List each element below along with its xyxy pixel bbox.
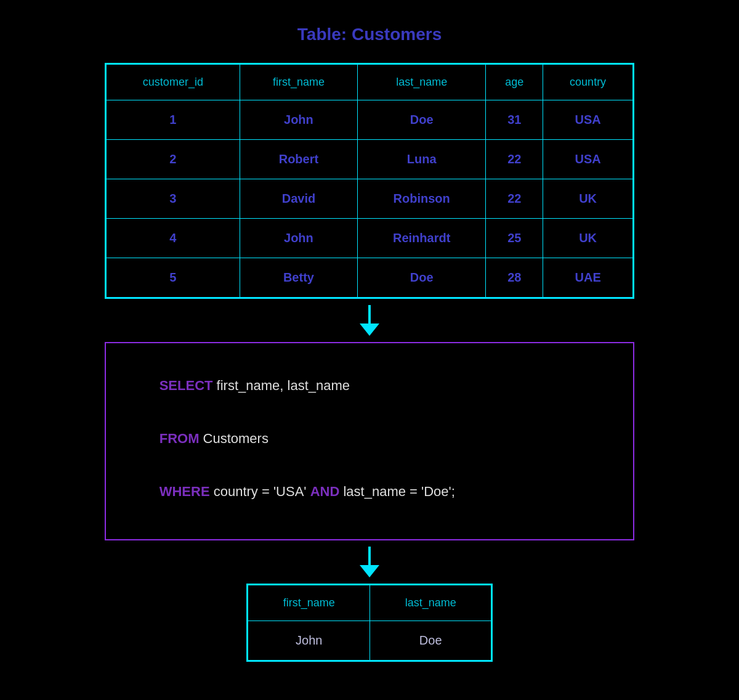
table-row: JohnDoe	[248, 621, 491, 661]
customers-table: customer_id first_name last_name age cou…	[106, 64, 633, 298]
main-container: Table: Customers customer_id first_name …	[0, 0, 739, 686]
customers-cell-1-0: 2	[107, 140, 240, 179]
arrow-shaft-2	[368, 547, 371, 565]
result-table-wrapper: first_name last_name JohnDoe	[246, 584, 493, 662]
customers-cell-2-2: Robinson	[358, 179, 486, 219]
sql-where-keyword: WHERE	[160, 484, 210, 499]
customers-cell-3-4: UK	[543, 219, 633, 258]
customers-cell-0-2: Doe	[358, 100, 486, 140]
customers-cell-2-1: David	[240, 179, 357, 219]
customers-cell-3-3: 25	[486, 219, 543, 258]
arrow-1	[360, 305, 379, 336]
arrow-shaft-1	[368, 305, 371, 324]
arrow-head-2	[360, 565, 379, 577]
sql-from-text: Customers	[199, 431, 268, 446]
customers-cell-4-1: Betty	[240, 258, 357, 298]
col-header-age: age	[486, 65, 543, 100]
sql-line-1: SELECT first_name, last_name	[137, 362, 602, 410]
arrow-2	[360, 547, 379, 577]
table-row: 2RobertLuna22USA	[107, 140, 633, 179]
customers-cell-4-2: Doe	[358, 258, 486, 298]
sql-where-text2: last_name = 'Doe';	[339, 484, 455, 499]
sql-select-keyword: SELECT	[160, 378, 213, 393]
arrow-head-1	[360, 324, 379, 336]
customers-cell-1-4: USA	[543, 140, 633, 179]
table-row: 1JohnDoe31USA	[107, 100, 633, 140]
result-col-header-first-name: first_name	[248, 585, 370, 621]
sql-select-text: first_name, last_name	[212, 378, 350, 393]
customers-cell-0-1: John	[240, 100, 357, 140]
result-cell-0-1: Doe	[370, 621, 491, 661]
result-col-header-last-name: last_name	[370, 585, 491, 621]
result-table-body: JohnDoe	[248, 621, 491, 661]
customers-cell-2-0: 3	[107, 179, 240, 219]
sql-line-3: WHERE country = 'USA' AND last_name = 'D…	[137, 468, 602, 516]
sql-line-2: FROM Customers	[137, 415, 602, 463]
customers-cell-0-4: USA	[543, 100, 633, 140]
result-cell-0-0: John	[248, 621, 370, 661]
customers-cell-1-2: Luna	[358, 140, 486, 179]
result-table-header-row: first_name last_name	[248, 585, 491, 621]
table-row: 4JohnReinhardt25UK	[107, 219, 633, 258]
customers-table-header-row: customer_id first_name last_name age cou…	[107, 65, 633, 100]
sql-where-text: country = 'USA'	[210, 484, 310, 499]
customers-cell-2-4: UK	[543, 179, 633, 219]
customers-cell-3-0: 4	[107, 219, 240, 258]
col-header-country: country	[543, 65, 633, 100]
table-row: 5BettyDoe28UAE	[107, 258, 633, 298]
page-title: Table: Customers	[297, 25, 442, 44]
customers-cell-4-3: 28	[486, 258, 543, 298]
customers-cell-3-1: John	[240, 219, 357, 258]
result-table: first_name last_name JohnDoe	[248, 585, 491, 661]
col-header-customer-id: customer_id	[107, 65, 240, 100]
customers-cell-2-3: 22	[486, 179, 543, 219]
sql-query-box: SELECT first_name, last_name FROM Custom…	[105, 342, 634, 540]
customers-table-wrapper: customer_id first_name last_name age cou…	[105, 63, 634, 299]
col-header-last-name: last_name	[358, 65, 486, 100]
customers-cell-4-4: UAE	[543, 258, 633, 298]
customers-cell-1-3: 22	[486, 140, 543, 179]
table-row: 3DavidRobinson22UK	[107, 179, 633, 219]
customers-table-body: 1JohnDoe31USA2RobertLuna22USA3DavidRobin…	[107, 100, 633, 298]
col-header-first-name: first_name	[240, 65, 357, 100]
customers-cell-0-0: 1	[107, 100, 240, 140]
customers-cell-4-0: 5	[107, 258, 240, 298]
customers-cell-0-3: 31	[486, 100, 543, 140]
customers-cell-1-1: Robert	[240, 140, 357, 179]
customers-cell-3-2: Reinhardt	[358, 219, 486, 258]
sql-and-keyword: AND	[310, 484, 340, 499]
sql-from-keyword: FROM	[160, 431, 200, 446]
